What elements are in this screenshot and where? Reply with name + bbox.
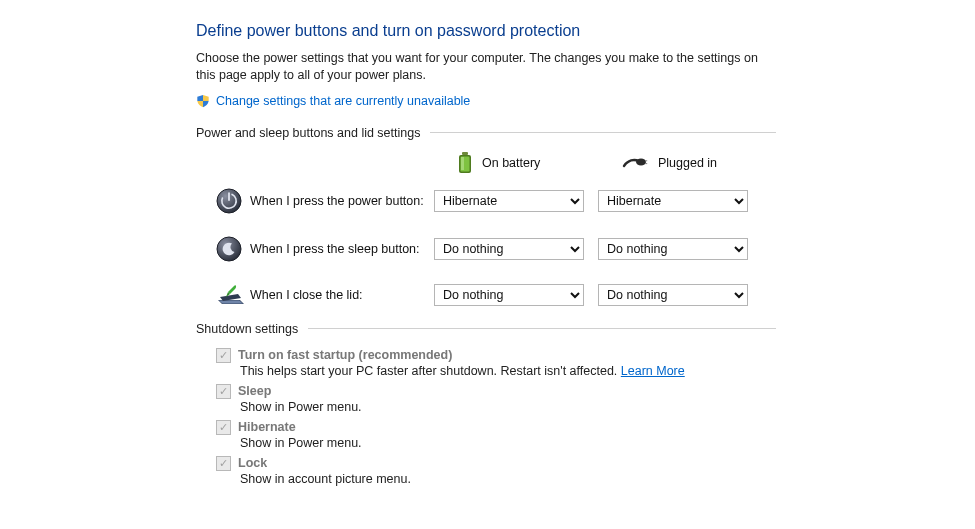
lock-label: Lock	[238, 456, 267, 470]
sleep-button-plugged-in-select[interactable]: Do nothingSleepHibernateShut downTurn of…	[598, 238, 748, 260]
fast-startup-description: This helps start your PC faster after sh…	[240, 364, 776, 378]
lock-description: Show in account picture menu.	[240, 472, 776, 486]
sleep-label: Sleep	[238, 384, 271, 398]
battery-icon	[458, 152, 472, 174]
svg-rect-3	[461, 157, 464, 170]
column-on-battery: On battery	[482, 156, 540, 170]
row-power-button: When I press the power button: Do nothin…	[196, 188, 776, 214]
sleep-description: Show in Power menu.	[240, 400, 776, 414]
close-lid-label: When I close the lid:	[250, 288, 434, 302]
learn-more-link[interactable]: Learn More	[621, 364, 685, 378]
hibernate-description: Show in Power menu.	[240, 436, 776, 450]
sleep-checkbox	[216, 384, 231, 399]
fast-startup-checkbox	[216, 348, 231, 363]
svg-rect-6	[645, 163, 647, 164]
divider	[308, 328, 776, 329]
svg-rect-0	[462, 152, 468, 155]
power-button-label: When I press the power button:	[250, 194, 434, 208]
sleep-button-on-battery-select[interactable]: Do nothingSleepHibernateShut downTurn of…	[434, 238, 584, 260]
plug-icon	[622, 156, 648, 170]
svg-marker-12	[219, 300, 243, 303]
power-button-plugged-in-select[interactable]: Do nothingSleepHibernateShut downTurn of…	[598, 190, 748, 212]
divider	[430, 132, 776, 133]
row-close-lid: When I close the lid: Do nothingSleepHib…	[196, 284, 776, 306]
power-button-icon	[216, 188, 242, 214]
svg-rect-5	[645, 160, 647, 161]
sleep-button-icon	[216, 236, 242, 262]
svg-marker-13	[220, 294, 241, 301]
lock-checkbox	[216, 456, 231, 471]
sleep-button-label: When I press the sleep button:	[250, 242, 434, 256]
change-settings-link[interactable]: Change settings that are currently unava…	[216, 94, 470, 108]
close-lid-on-battery-select[interactable]: Do nothingSleepHibernateShut downTurn of…	[434, 284, 584, 306]
column-plugged-in: Plugged in	[658, 156, 717, 170]
svg-point-4	[636, 158, 646, 165]
section-buttons-title: Power and sleep buttons and lid settings	[196, 126, 420, 140]
section-shutdown-title: Shutdown settings	[196, 322, 298, 336]
close-lid-plugged-in-select[interactable]: Do nothingSleepHibernateShut downTurn of…	[598, 284, 748, 306]
laptop-lid-icon	[216, 284, 246, 306]
hibernate-checkbox	[216, 420, 231, 435]
hibernate-label: Hibernate	[238, 420, 296, 434]
page-title: Define power buttons and turn on passwor…	[196, 22, 776, 40]
fast-startup-label: Turn on fast startup (recommended)	[238, 348, 452, 362]
shield-icon	[196, 94, 210, 108]
power-button-on-battery-select[interactable]: Do nothingSleepHibernateShut downTurn of…	[434, 190, 584, 212]
page-description: Choose the power settings that you want …	[196, 50, 776, 84]
row-sleep-button: When I press the sleep button: Do nothin…	[196, 236, 776, 262]
